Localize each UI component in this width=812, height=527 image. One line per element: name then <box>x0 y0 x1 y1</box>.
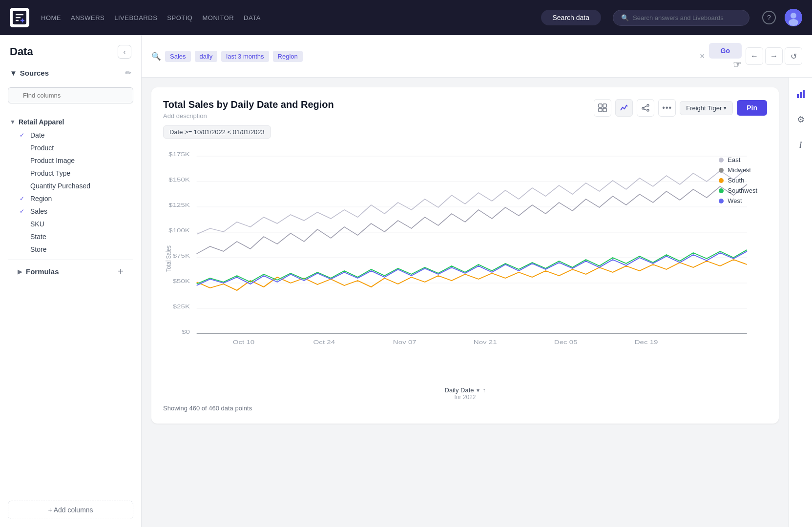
svg-text:Dec 19: Dec 19 <box>635 339 658 345</box>
formulas-section[interactable]: ▶ Formulas + <box>8 260 133 283</box>
chart-title-group: Total Sales by Daily Date and Region Add… <box>163 99 334 120</box>
settings-button[interactable]: ⚙ <box>792 111 810 128</box>
svg-rect-10 <box>603 104 606 107</box>
logo[interactable] <box>10 8 29 27</box>
line-chart-icon <box>620 103 628 112</box>
search-forward-button[interactable]: → <box>765 47 783 65</box>
pin-button[interactable]: Pin <box>737 100 767 116</box>
bar-chart-icon <box>796 89 806 99</box>
legend-dot-east <box>719 158 724 162</box>
date-filter-badge[interactable]: Date >= 10/01/2022 < 01/01/2023 <box>163 125 271 139</box>
svg-point-7 <box>791 13 796 19</box>
column-item-store[interactable]: Store <box>18 243 133 256</box>
svg-rect-11 <box>599 108 602 112</box>
nav-answers[interactable]: ANSWERS <box>71 14 104 21</box>
legend-label-southwest: Southwest <box>728 187 757 194</box>
svg-line-14 <box>643 109 647 110</box>
column-item-product-image[interactable]: Product Image <box>18 154 133 167</box>
search-tag-region[interactable]: Region <box>273 51 303 62</box>
column-item-quantity-purchased[interactable]: Quantity Purchased <box>18 180 133 192</box>
legend-south: South <box>719 177 757 184</box>
midwest-line <box>197 184 747 254</box>
chevron-right-icon: ▶ <box>18 268 22 275</box>
column-label-state: State <box>30 233 46 241</box>
nav-liveboards[interactable]: LIVEBOARDS <box>114 14 157 21</box>
column-item-region[interactable]: ✓ Region <box>18 192 133 205</box>
legend-west: West <box>719 197 757 204</box>
legend-label-south: South <box>728 177 744 184</box>
chart-actions: ••• Freight Tiger ▾ Pin <box>594 99 767 117</box>
chart-subtitle[interactable]: Add description <box>163 112 334 120</box>
search-tag-sales[interactable]: Sales <box>165 51 191 62</box>
sources-edit-button[interactable]: ✏ <box>125 68 131 78</box>
legend-dot-south <box>719 178 724 183</box>
chevron-down-icon: ▾ <box>724 105 727 111</box>
share-button[interactable] <box>637 99 654 117</box>
forward-icon: → <box>770 52 778 61</box>
check-icon-sales: ✓ <box>20 208 26 215</box>
east-line <box>197 168 747 234</box>
column-item-sku[interactable]: SKU <box>18 218 133 230</box>
search-clear-button[interactable]: × <box>700 51 705 61</box>
go-button-wrapper: Go ☞ <box>709 43 742 69</box>
column-label-product: Product <box>30 144 54 152</box>
add-formula-button[interactable]: + <box>118 266 124 277</box>
legend-dot-southwest <box>719 188 724 193</box>
x-axis-sub: for 2022 <box>163 394 767 401</box>
svg-text:$125K: $125K <box>168 202 190 208</box>
retail-apparel-section: ▼ Retail Apparel ✓ Date Product Product … <box>0 115 141 501</box>
column-item-date[interactable]: ✓ Date <box>18 129 133 142</box>
chart-section: Total Sales by Daily Date and Region Add… <box>142 78 789 527</box>
sources-label[interactable]: ▼ Sources <box>10 69 49 77</box>
search-tag-last3months[interactable]: last 3 months <box>221 51 269 62</box>
search-data-button[interactable]: Search data <box>541 10 602 25</box>
table-icon <box>598 103 607 112</box>
search-refresh-button[interactable]: ↺ <box>785 47 802 65</box>
more-options-button[interactable]: ••• <box>658 99 676 117</box>
nav-home[interactable]: HOME <box>41 14 61 21</box>
find-columns-input[interactable] <box>8 87 133 103</box>
column-item-state[interactable]: State <box>18 230 133 243</box>
table-view-button[interactable] <box>594 99 611 117</box>
sidebar-collapse-button[interactable]: ‹ <box>118 45 131 59</box>
svg-text:$0: $0 <box>182 329 190 335</box>
liveboard-selector[interactable]: Freight Tiger ▾ <box>680 101 733 115</box>
refresh-icon: ↺ <box>791 52 797 61</box>
info-icon: i <box>799 140 802 150</box>
help-button[interactable]: ? <box>761 10 777 25</box>
line-chart-view-button[interactable] <box>615 99 633 117</box>
info-button[interactable]: i <box>792 136 810 154</box>
column-item-sales[interactable]: ✓ Sales <box>18 205 133 218</box>
search-bar: 🔍 Sales daily last 3 months Region × Go … <box>142 35 812 78</box>
svg-text:$150K: $150K <box>168 177 190 182</box>
go-button[interactable]: Go <box>709 43 742 59</box>
avatar[interactable] <box>785 9 802 26</box>
search-tag-daily[interactable]: daily <box>195 51 218 62</box>
nav-spotiq[interactable]: SPOTIQ <box>167 14 192 21</box>
column-item-product-type[interactable]: Product Type <box>18 167 133 180</box>
global-search[interactable]: 🔍 Search answers and Liveboards <box>613 10 750 26</box>
sort-icon[interactable]: ▾ <box>477 387 479 394</box>
retail-apparel-label: Retail Apparel <box>19 118 64 126</box>
retail-apparel-header[interactable]: ▼ Retail Apparel <box>8 115 133 129</box>
chart-area-wrapper: Total Sales by Daily Date and Region Add… <box>142 78 812 527</box>
back-icon: ← <box>750 52 758 61</box>
search-back-button[interactable]: ← <box>746 47 763 65</box>
chart-container: $175K $150K $125K $100K $75K $50K $25K $… <box>163 146 767 381</box>
chart-legend: East Midwest South <box>719 156 757 204</box>
column-item-product[interactable]: Product <box>18 142 133 154</box>
sidebar: Data ‹ ▼ Sources ✏ 🔍 <box>0 35 142 527</box>
nav-monitor[interactable]: MONITOR <box>202 14 234 21</box>
sort-asc-icon[interactable]: ↑ <box>482 387 485 394</box>
check-icon-region: ✓ <box>20 195 26 202</box>
svg-text:$75K: $75K <box>173 253 190 259</box>
south-line <box>197 260 747 290</box>
chevron-down-icon: ▼ <box>10 119 16 125</box>
nav-data[interactable]: DATA <box>244 14 261 21</box>
chart-type-button[interactable] <box>792 85 810 103</box>
x-axis-label: Daily Date <box>445 386 474 394</box>
svg-text:$175K: $175K <box>168 151 190 157</box>
chart-header: Total Sales by Daily Date and Region Add… <box>163 99 767 120</box>
column-label-product-image: Product Image <box>30 157 75 164</box>
add-columns-button[interactable]: + Add columns <box>8 501 133 519</box>
